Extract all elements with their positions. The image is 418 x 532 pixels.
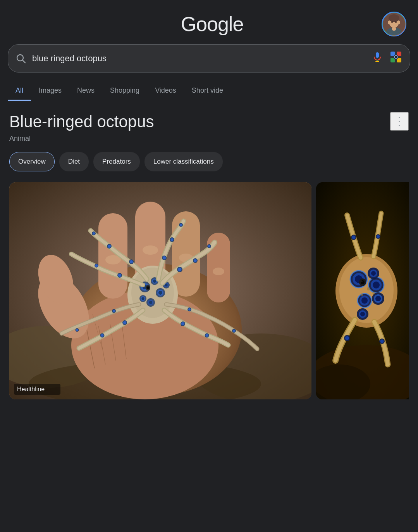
svg-point-53 bbox=[153, 280, 156, 283]
svg-point-99 bbox=[76, 329, 78, 332]
svg-point-81 bbox=[118, 274, 121, 277]
pill-lower-classifications[interactable]: Lower classifications bbox=[144, 152, 223, 171]
tab-short-videos[interactable]: Short vide bbox=[184, 80, 231, 101]
page-header: Google bbox=[0, 0, 418, 44]
more-options-button[interactable]: ⋮ bbox=[390, 112, 409, 131]
svg-point-129 bbox=[361, 280, 365, 284]
svg-point-47 bbox=[158, 291, 162, 295]
svg-point-56 bbox=[165, 284, 168, 287]
svg-point-50 bbox=[149, 301, 152, 304]
svg-point-3 bbox=[388, 21, 390, 24]
google-lens-icon[interactable] bbox=[390, 51, 402, 66]
google-logo: Google bbox=[43, 12, 382, 36]
svg-point-61 bbox=[147, 287, 150, 289]
entity-title: Blue-ringed octopus bbox=[9, 112, 154, 131]
svg-point-117 bbox=[361, 297, 368, 304]
svg-point-5 bbox=[391, 21, 393, 23]
svg-point-75 bbox=[130, 260, 133, 263]
search-bar[interactable] bbox=[8, 44, 410, 73]
svg-point-65 bbox=[194, 259, 197, 263]
svg-point-89 bbox=[123, 321, 126, 324]
svg-point-91 bbox=[101, 334, 104, 337]
nav-tabs: All Images News Shopping Videos Short vi… bbox=[0, 80, 418, 101]
svg-rect-11 bbox=[376, 52, 379, 58]
tab-shopping[interactable]: Shopping bbox=[102, 80, 147, 101]
svg-point-130 bbox=[361, 281, 363, 282]
pill-predators[interactable]: Predators bbox=[93, 152, 140, 171]
svg-point-67 bbox=[208, 245, 210, 247]
search-right-icons bbox=[372, 51, 402, 66]
svg-point-2 bbox=[389, 14, 399, 22]
svg-point-93 bbox=[188, 308, 191, 311]
search-input[interactable] bbox=[32, 54, 366, 64]
svg-point-59 bbox=[142, 297, 144, 300]
svg-point-4 bbox=[398, 21, 400, 24]
svg-point-73 bbox=[180, 224, 182, 226]
svg-point-69 bbox=[163, 256, 166, 259]
svg-point-127 bbox=[371, 271, 376, 276]
images-section: Healthline bbox=[9, 182, 409, 399]
svg-point-95 bbox=[233, 330, 235, 332]
pill-diet[interactable]: Diet bbox=[59, 152, 89, 171]
side-image[interactable] bbox=[316, 182, 409, 399]
svg-point-63 bbox=[178, 268, 182, 271]
svg-point-97 bbox=[113, 310, 115, 312]
svg-point-79 bbox=[93, 232, 95, 235]
svg-point-71 bbox=[171, 238, 174, 241]
pill-overview[interactable]: Overview bbox=[9, 152, 55, 171]
search-icon bbox=[16, 54, 26, 64]
svg-text:Healthline: Healthline bbox=[17, 386, 45, 392]
user-avatar[interactable] bbox=[382, 12, 406, 36]
svg-point-32 bbox=[143, 245, 158, 255]
svg-point-87 bbox=[206, 334, 208, 337]
topic-pills-row: Overview Diet Predators Lower classifica… bbox=[9, 152, 409, 171]
svg-point-134 bbox=[380, 340, 384, 343]
knowledge-panel: Blue-ringed octopus ⋮ Animal Overview Di… bbox=[0, 101, 418, 399]
entity-header: Blue-ringed octopus ⋮ bbox=[9, 112, 409, 131]
svg-point-141 bbox=[372, 292, 375, 294]
tab-news[interactable]: News bbox=[69, 80, 102, 101]
svg-point-6 bbox=[395, 21, 397, 23]
svg-point-132 bbox=[345, 336, 349, 340]
svg-point-124 bbox=[360, 312, 365, 316]
voice-search-icon[interactable] bbox=[372, 52, 383, 65]
svg-point-136 bbox=[352, 236, 356, 239]
entity-subtitle: Animal bbox=[9, 135, 409, 143]
svg-rect-8 bbox=[392, 27, 396, 31]
tab-all[interactable]: All bbox=[8, 80, 31, 101]
svg-point-140 bbox=[361, 294, 363, 296]
tab-videos[interactable]: Videos bbox=[147, 80, 184, 101]
svg-point-77 bbox=[108, 245, 111, 248]
tab-images[interactable]: Images bbox=[31, 80, 69, 101]
svg-point-85 bbox=[181, 322, 184, 325]
search-bar-container bbox=[0, 44, 418, 80]
svg-point-34 bbox=[213, 268, 224, 275]
main-image[interactable]: Healthline bbox=[9, 182, 311, 399]
svg-line-10 bbox=[22, 60, 25, 63]
svg-point-138 bbox=[377, 235, 380, 238]
svg-point-121 bbox=[375, 296, 381, 301]
svg-point-113 bbox=[373, 282, 380, 288]
svg-point-139 bbox=[367, 287, 370, 290]
svg-point-83 bbox=[95, 264, 98, 267]
